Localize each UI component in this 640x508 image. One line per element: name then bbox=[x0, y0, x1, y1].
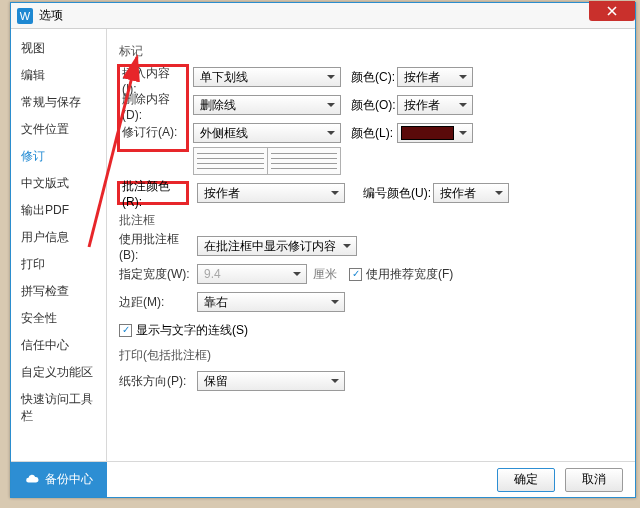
paper-combo[interactable]: 保留 bbox=[197, 371, 345, 391]
section-print: 打印(包括批注框) bbox=[119, 347, 623, 364]
use-balloon-label: 使用批注框(B): bbox=[119, 231, 197, 262]
comment-color-label: 批注颜色(R): bbox=[122, 178, 184, 209]
sidebar-item-12[interactable]: 自定义功能区 bbox=[11, 359, 106, 386]
sidebar-item-5[interactable]: 中文版式 bbox=[11, 170, 106, 197]
revision-preview bbox=[193, 147, 341, 175]
number-color-label: 编号颜色(U): bbox=[363, 185, 433, 202]
sidebar-item-0[interactable]: 视图 bbox=[11, 35, 106, 62]
section-balloon: 批注框 bbox=[119, 212, 623, 229]
margin-combo[interactable]: 靠右 bbox=[197, 292, 345, 312]
options-dialog: W 选项 视图编辑常规与保存文件位置修订中文版式输出PDF用户信息打印拼写检查安… bbox=[10, 2, 636, 498]
app-icon: W bbox=[17, 8, 33, 24]
color-l-label: 颜色(L): bbox=[351, 125, 397, 142]
color-c-combo[interactable]: 按作者 bbox=[397, 67, 473, 87]
sidebar: 视图编辑常规与保存文件位置修订中文版式输出PDF用户信息打印拼写检查安全性信任中… bbox=[11, 29, 107, 461]
sidebar-item-4[interactable]: 修订 bbox=[11, 143, 106, 170]
sidebar-item-3[interactable]: 文件位置 bbox=[11, 116, 106, 143]
ok-button[interactable]: 确定 bbox=[497, 468, 555, 492]
recommend-checkbox[interactable]: ✓ 使用推荐宽度(F) bbox=[349, 266, 453, 283]
margin-label: 边距(M): bbox=[119, 294, 197, 311]
number-color-combo[interactable]: 按作者 bbox=[433, 183, 509, 203]
sidebar-item-10[interactable]: 安全性 bbox=[11, 305, 106, 332]
insert-combo[interactable]: 单下划线 bbox=[193, 67, 341, 87]
delete-combo[interactable]: 删除线 bbox=[193, 95, 341, 115]
sidebar-item-9[interactable]: 拼写检查 bbox=[11, 278, 106, 305]
revrow-combo[interactable]: 外侧框线 bbox=[193, 123, 341, 143]
section-marks: 标记 bbox=[119, 43, 623, 60]
titlebar: W 选项 bbox=[11, 3, 635, 29]
width-unit: 厘米 bbox=[313, 266, 337, 283]
delete-label: 删除内容(D): bbox=[122, 91, 184, 122]
color-swatch bbox=[401, 126, 454, 140]
paper-label: 纸张方向(P): bbox=[119, 373, 197, 390]
width-spinner: 9.4 bbox=[197, 264, 307, 284]
main-panel: 标记 插入内容(I): 删除内容(D): 修订行(A): 单下划线 颜色(C):… bbox=[107, 29, 635, 461]
sidebar-item-13[interactable]: 快速访问工具栏 bbox=[11, 386, 106, 430]
sidebar-item-8[interactable]: 打印 bbox=[11, 251, 106, 278]
sidebar-item-1[interactable]: 编辑 bbox=[11, 62, 106, 89]
color-l-combo[interactable] bbox=[397, 123, 473, 143]
connector-checkbox[interactable]: ✓ 显示与文字的连线(S) bbox=[119, 322, 248, 339]
color-o-label: 颜色(O): bbox=[351, 97, 397, 114]
highlight-box-comment: 批注颜色(R): bbox=[117, 181, 189, 205]
sidebar-item-2[interactable]: 常规与保存 bbox=[11, 89, 106, 116]
sidebar-item-6[interactable]: 输出PDF bbox=[11, 197, 106, 224]
window-title: 选项 bbox=[39, 7, 63, 24]
dialog-footer: 确定 取消 bbox=[11, 461, 635, 497]
cancel-button[interactable]: 取消 bbox=[565, 468, 623, 492]
sidebar-item-7[interactable]: 用户信息 bbox=[11, 224, 106, 251]
width-label: 指定宽度(W): bbox=[119, 266, 197, 283]
color-o-combo[interactable]: 按作者 bbox=[397, 95, 473, 115]
close-button[interactable] bbox=[589, 1, 635, 21]
check-icon: ✓ bbox=[349, 268, 362, 281]
highlight-box-labels: 插入内容(I): 删除内容(D): 修订行(A): bbox=[117, 64, 189, 152]
check-icon: ✓ bbox=[119, 324, 132, 337]
sidebar-item-11[interactable]: 信任中心 bbox=[11, 332, 106, 359]
use-balloon-combo[interactable]: 在批注框中显示修订内容 bbox=[197, 236, 357, 256]
revrow-label: 修订行(A): bbox=[122, 124, 184, 141]
color-c-label: 颜色(C): bbox=[351, 69, 397, 86]
comment-color-combo[interactable]: 按作者 bbox=[197, 183, 345, 203]
